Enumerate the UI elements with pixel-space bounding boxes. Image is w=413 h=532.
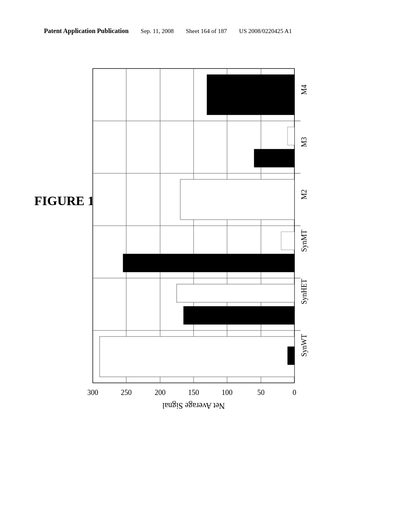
x-axis-label: Net Average Signal bbox=[162, 401, 225, 410]
y-label-synwt: SynWT bbox=[300, 334, 308, 357]
y-label-m4: M4 bbox=[300, 85, 308, 95]
bar-synhet-black bbox=[184, 306, 294, 324]
bar-synwt-white bbox=[100, 337, 294, 377]
x-tick-300: 300 bbox=[88, 389, 98, 397]
chart-svg: 300 250 200 150 100 50 0 Net Average Sig… bbox=[60, 52, 359, 447]
x-tick-0: 0 bbox=[293, 389, 296, 397]
x-tick-150: 150 bbox=[188, 389, 199, 397]
patent-number: US 2008/0220425 A1 bbox=[239, 28, 292, 35]
bar-m3-black bbox=[254, 149, 294, 167]
x-tick-200: 200 bbox=[155, 389, 166, 397]
bar-m2-white bbox=[180, 179, 294, 220]
sheet-info: Sheet 164 of 187 bbox=[186, 28, 227, 35]
y-label-m2: M2 bbox=[300, 189, 308, 200]
bar-m4-black bbox=[207, 75, 294, 115]
publication-title: Patent Application Publication bbox=[44, 27, 129, 35]
bar-synmt-black bbox=[123, 254, 294, 272]
page-header: Patent Application Publication Sep. 11, … bbox=[44, 27, 389, 35]
publication-date: Sep. 11, 2008 bbox=[141, 28, 174, 35]
x-tick-100: 100 bbox=[222, 389, 233, 397]
bar-m3-white bbox=[288, 127, 294, 145]
bar-synmt-white bbox=[281, 232, 294, 250]
x-tick-250: 250 bbox=[121, 389, 132, 397]
bar-synhet-white bbox=[177, 284, 294, 302]
bar-synwt-black bbox=[288, 347, 294, 365]
y-label-synhet: SynHET bbox=[300, 279, 308, 304]
y-label-m3: M3 bbox=[300, 137, 308, 147]
x-tick-50: 50 bbox=[257, 389, 265, 397]
y-label-synmt: SynMT bbox=[300, 230, 308, 252]
chart-container: 300 250 200 150 100 50 0 Net Average Sig… bbox=[60, 52, 359, 447]
